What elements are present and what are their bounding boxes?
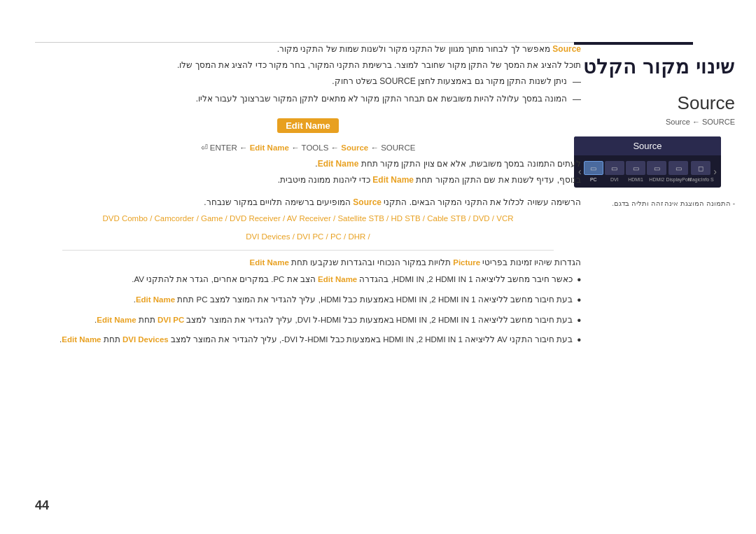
hdmi1-symbol: ▭: [633, 164, 639, 172]
right-panel: שינוי מקור הקלט Source Source ← SOURCE S…: [574, 42, 735, 209]
hdmi1-label: HDMI1: [628, 177, 643, 182]
nav-enter: ⏎ ENTER ←: [201, 143, 250, 152]
source-title: Source: [574, 92, 735, 114]
nav-source-cap: ← SOURCE: [370, 143, 415, 152]
right-note-text: התמונה המוצגת אינה זהה ותליה בדגם.: [612, 199, 731, 207]
bullet-item-3: • בעת חיבור מחשב לליציאה 1 HDMI IN ,2 HD…: [35, 314, 581, 328]
bullet-dot-4: •: [577, 333, 581, 348]
hdmi2-symbol: ▭: [654, 164, 660, 172]
hebrew-title: שינוי מקור הקלט: [574, 55, 735, 78]
sub-line-1: לעתים התמונה במסך משובשת, אלא אם צוין הת…: [35, 157, 581, 171]
bullet-dot-3: •: [577, 314, 581, 328]
intro-text-block: Source מאפשר לך לבחור מתוך מגוון של התקנ…: [35, 42, 581, 108]
magicinfo-label: MagicInfo S: [688, 177, 714, 182]
hdmi2-label: HDMI2: [649, 177, 664, 182]
mockup-icon-hdmi2: ▭ HDMI2: [646, 161, 667, 182]
mockup-icon-pc: ▭ PC: [583, 161, 604, 182]
magicinfo-symbol: ◻: [698, 164, 704, 172]
nav-path: ⏎ ENTER ← Edit Name ← TOOLS ← Source ← S…: [35, 143, 581, 153]
mockup-icon-hdmi1: ▭ HDMI1: [625, 161, 646, 182]
edit-name-section: Edit Name: [35, 118, 581, 139]
source-list-desc: הרשימה עשויה לכלול את התקני המקור הבאים.…: [35, 195, 581, 209]
breadcrumb-text: Source ← SOURCE: [666, 118, 735, 126]
dvi-icon-box: ▭: [605, 161, 624, 175]
indent-line-2: — המונה במסך עלולה להיות משובשת אם תבחר …: [35, 92, 581, 108]
bullet-text-2: בעת חיבור מחשב לליציאה 1 HDMI IN ,2 HDMI…: [35, 293, 573, 306]
page-number: 44: [35, 498, 49, 513]
right-accent-line: [574, 42, 693, 45]
bullet-item-4: • בעת חיבור התקני AV לליציאה 1 HDMI IN ,…: [35, 333, 581, 348]
right-note: - התמונה המוצגת אינה זהה ותליה בדגם.: [574, 198, 735, 209]
hdmi2-icon-box: ▭: [647, 161, 666, 175]
left-panel: Source מאפשר לך לבחור מתוך מגוון של התקנ…: [35, 42, 581, 518]
bullet-text-3: בעת חיבור מחשב לליציאה 1 HDMI IN ,2 HDMI…: [35, 314, 573, 326]
pic-line: הגדרות שיהיו זמינות בפריטי Picture תלויו…: [35, 256, 581, 270]
nav-rest: ← TOOLS ←: [291, 143, 341, 152]
source-mockup: Source ‹ ▭ PC ▭ DVI ▭ HDMI1: [574, 136, 721, 188]
mockup-header: Source: [574, 136, 721, 155]
divider: [62, 250, 554, 251]
dp-symbol: ▭: [676, 164, 682, 172]
bullet-item-1: • כאשר חיבר מחשב לליציאה 1 HDMI IN ,2 HD…: [35, 273, 581, 288]
bullet-dot-2: •: [577, 293, 581, 308]
pc-icon-box: ▭: [584, 161, 603, 175]
breadcrumb: Source ← SOURCE: [574, 118, 735, 126]
dvi-symbol: ▭: [611, 164, 617, 172]
source-list-items1: DVD Combo / Camcorder / Game / DVD Recei…: [35, 211, 581, 226]
pc-label: PC: [590, 177, 597, 182]
mockup-icon-displayport: ▭ DisplayPort: [667, 161, 690, 182]
bullet-item-2: • בעת חיבור מחשב לליציאה 1 HDMI IN ,2 HD…: [35, 293, 581, 308]
hdmi1-icon-box: ▭: [626, 161, 645, 175]
indent-line-1: — ניתן לשנות התקן מקור גם באמצעות לחצן S…: [35, 75, 581, 90]
intro-line-2: תוכל להציג את המסך של התקן מקור שחובר למ…: [35, 58, 581, 72]
mockup-icon-dvi: ▭ DVI: [604, 161, 625, 182]
nav-edit-name: Edit Name: [250, 143, 289, 152]
right-note-dash: -: [733, 199, 735, 207]
nav-source: Source: [341, 143, 368, 152]
bullet-text-1: כאשר חיבר מחשב לליציאה 1 HDMI IN ,2 HDMI…: [35, 273, 573, 286]
source-list-items2: DVI Devices / DVI PC / PC / DHR /: [35, 230, 581, 244]
pc-symbol: ▭: [590, 164, 596, 172]
right-arrow-icon: ›: [712, 166, 718, 177]
sub-line-2: בנוסף, עדיף לשנות את שם התקן המקור תחת E…: [35, 173, 581, 187]
magicinfo-icon-box: ◻: [691, 161, 710, 175]
bullet-text-4: בעת חיבור התקני AV לליציאה 1 HDMI IN ,2 …: [35, 333, 573, 346]
mockup-icon-magicinfo: ◻ MagicInfo S: [690, 161, 712, 182]
dvi-label: DVI: [610, 177, 619, 182]
mockup-icons-row: ‹ ▭ PC ▭ DVI ▭ HDMI1: [574, 155, 721, 188]
edit-name-badge: Edit Name: [277, 118, 339, 133]
bullet-dot-1: •: [577, 273, 581, 288]
dp-icon-box: ▭: [668, 161, 688, 175]
bullet-section: • כאשר חיבר מחשב לליציאה 1 HDMI IN ,2 HD…: [35, 273, 581, 348]
intro-line-1: Source מאפשר לך לבחור מתוך מגוון של התקנ…: [35, 42, 581, 56]
